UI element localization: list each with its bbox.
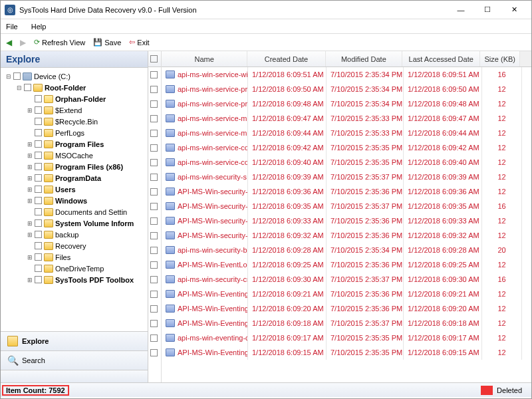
tree-checkbox[interactable] (35, 95, 42, 102)
table-row[interactable]: api-ms-win-service-co… 1/12/2018 6:09:40… (162, 155, 531, 170)
table-row[interactable]: api-ms-win-security-s… 1/12/2018 6:09:39… (162, 170, 531, 184)
tree-checkbox[interactable] (35, 253, 42, 261)
tree-item[interactable]: ⊟ Root-Folder (2, 82, 146, 93)
tree-checkbox[interactable] (35, 186, 42, 193)
table-row[interactable]: API-MS-Win-Eventing-… 1/12/2018 6:09:21 … (162, 287, 531, 301)
tab-search[interactable]: 🔍 Search (1, 351, 148, 370)
row-checkbox[interactable] (150, 349, 158, 356)
tree-item[interactable]: ⊞ Program Files (x86) (2, 161, 146, 172)
tree-item[interactable]: Recovery (2, 240, 146, 251)
tree-item[interactable]: ⊞ SysTools PDF Toolbox (2, 274, 146, 285)
tree-checkbox[interactable] (35, 265, 42, 272)
save-button[interactable]: 💾Save (90, 37, 124, 48)
expand-toggle[interactable]: ⊞ (26, 107, 33, 114)
tab-explore[interactable]: Explore (1, 332, 148, 351)
close-button[interactable]: ✕ (501, 1, 527, 19)
table-row[interactable]: api-ms-win-service-pri… 1/12/2018 6:09:5… (162, 82, 531, 96)
tree-checkbox[interactable] (35, 118, 42, 125)
expand-toggle[interactable]: ⊞ (26, 231, 33, 238)
tree-checkbox[interactable] (35, 276, 42, 283)
col-modified[interactable]: Modified Date (326, 51, 402, 66)
tree-item[interactable]: Orphan-Folder (2, 93, 146, 104)
table-row[interactable]: API-MS-Win-security-l… 1/12/2018 6:09:32… (162, 228, 531, 243)
table-row[interactable]: api-ms-win-service-wi… 1/12/2018 6:09:51… (162, 67, 531, 82)
expand-toggle[interactable]: ⊞ (26, 152, 33, 159)
row-checkbox[interactable] (150, 100, 158, 108)
row-checkbox[interactable] (150, 247, 158, 254)
minimize-button[interactable]: — (448, 1, 474, 19)
table-row[interactable]: API-MS-Win-Eventing-… 1/12/2018 6:09:15 … (162, 345, 531, 360)
col-size[interactable]: Size (KB) (480, 51, 520, 66)
tree-item[interactable]: ⊞ $Extend (2, 104, 146, 116)
row-checkbox[interactable] (150, 174, 158, 181)
tree-item[interactable]: ⊞ backup (2, 229, 146, 240)
table-row[interactable]: api-ms-win-service-co… 1/12/2018 6:09:42… (162, 140, 531, 155)
row-checkbox[interactable] (150, 261, 158, 269)
table-row[interactable]: API-MS-Win-Eventing-… 1/12/2018 6:09:18 … (162, 316, 531, 331)
expand-toggle[interactable]: ⊞ (26, 220, 33, 227)
tree-item[interactable]: ⊞ System Volume Inform (2, 217, 146, 229)
row-checkbox[interactable] (150, 334, 158, 342)
tree-checkbox[interactable] (13, 72, 21, 80)
tree-item[interactable]: ⊞ MSOCache (2, 150, 146, 161)
row-checkbox[interactable] (150, 71, 158, 78)
tree-item[interactable]: ⊞ Files (2, 251, 146, 263)
row-checkbox[interactable] (150, 320, 158, 327)
menu-help[interactable]: Help (31, 23, 47, 31)
table-row[interactable]: api-ms-win-service-pri… 1/12/2018 6:09:4… (162, 96, 531, 111)
table-row[interactable]: api-ms-win-eventing-c… 1/12/2018 6:09:17… (162, 331, 531, 345)
expand-toggle[interactable]: ⊞ (26, 277, 33, 283)
tree-checkbox[interactable] (35, 219, 42, 227)
col-accessed[interactable]: Last Accessed Date (402, 51, 480, 66)
row-checkbox[interactable] (150, 159, 158, 166)
tree-checkbox[interactable] (35, 231, 42, 238)
row-checkbox[interactable] (150, 188, 158, 196)
tree-item[interactable]: OneDriveTemp (2, 263, 146, 274)
row-checkbox[interactable] (150, 276, 158, 283)
tree-checkbox[interactable] (35, 163, 42, 170)
maximize-button[interactable]: ☐ (474, 1, 501, 19)
menu-file[interactable]: File (6, 23, 18, 31)
tree-checkbox[interactable] (35, 140, 42, 148)
row-checkbox[interactable] (150, 203, 158, 210)
select-all-checkbox[interactable] (150, 55, 158, 63)
expand-toggle[interactable]: ⊞ (26, 175, 33, 182)
col-name[interactable]: Name (162, 51, 247, 66)
tree-checkbox[interactable] (35, 152, 42, 159)
expand-toggle[interactable]: ⊞ (26, 198, 33, 204)
table-row[interactable]: API-MS-Win-security-l… 1/12/2018 6:09:35… (162, 199, 531, 213)
expand-toggle[interactable]: ⊞ (26, 186, 33, 193)
table-row[interactable]: api-ms-win-service-ma… 1/12/2018 6:09:47… (162, 111, 531, 126)
tree-checkbox[interactable] (35, 129, 42, 136)
row-checkbox[interactable] (150, 144, 158, 152)
row-checkbox[interactable] (150, 86, 158, 93)
tree-checkbox[interactable] (35, 106, 42, 114)
tree-item[interactable]: ⊞ Users (2, 184, 146, 195)
folder-tree[interactable]: ⊟ Device (C:)⊟ Root-Folder Orphan-Folder… (1, 68, 148, 331)
table-row[interactable]: API-MS-Win-security-… 1/12/2018 6:09:36 … (162, 184, 531, 199)
expand-toggle[interactable]: ⊞ (26, 164, 33, 170)
table-row[interactable]: api-ms-win-security-cr… 1/12/2018 6:09:3… (162, 272, 531, 287)
tree-item[interactable]: ⊞ Windows (2, 195, 146, 206)
tree-item[interactable]: ⊞ ProgramData (2, 172, 146, 184)
tree-item[interactable]: Documents and Settin (2, 206, 146, 217)
tree-checkbox[interactable] (35, 242, 42, 249)
row-checkbox[interactable] (150, 291, 158, 298)
row-checkbox[interactable] (150, 232, 158, 239)
grid-body[interactable]: api-ms-win-service-wi… 1/12/2018 6:09:51… (162, 67, 531, 382)
table-row[interactable]: api-ms-win-security-b… 1/12/2018 6:09:28… (162, 243, 531, 257)
row-checkbox[interactable] (150, 305, 158, 313)
tree-checkbox[interactable] (35, 174, 42, 182)
row-checkbox[interactable] (150, 115, 158, 122)
tree-item[interactable]: PerfLogs (2, 127, 146, 138)
tree-checkbox[interactable] (24, 84, 31, 91)
tree-checkbox[interactable] (35, 197, 42, 204)
expand-toggle[interactable]: ⊞ (26, 141, 33, 148)
tree-checkbox[interactable] (35, 208, 42, 215)
table-row[interactable]: API-MS-Win-EventLog… 1/12/2018 6:09:25 A… (162, 257, 531, 272)
expand-toggle[interactable]: ⊟ (5, 73, 12, 80)
col-created[interactable]: Created Date (247, 51, 325, 66)
tree-item[interactable]: ⊟ Device (C:) (2, 70, 146, 82)
tree-item[interactable]: ⊞ Program Files (2, 138, 146, 150)
exit-button[interactable]: ⇦Exit (126, 37, 152, 48)
